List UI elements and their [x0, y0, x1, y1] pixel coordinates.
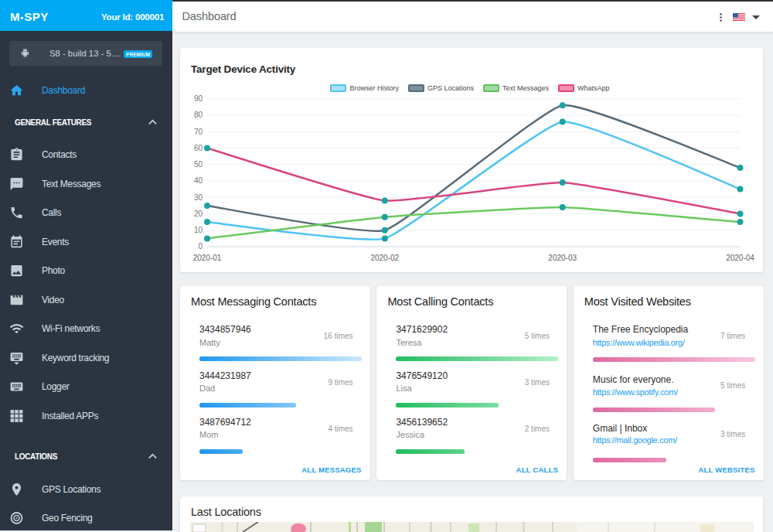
svg-text:10: 10 [194, 226, 203, 234]
svg-text:40: 40 [194, 176, 203, 185]
svg-text:2020-04: 2020-04 [726, 254, 754, 262]
svg-text:30: 30 [194, 193, 203, 202]
svg-text:2020-01: 2020-01 [193, 254, 222, 262]
svg-text:20: 20 [194, 210, 203, 218]
svg-text:0: 0 [198, 242, 203, 251]
svg-text:70: 70 [194, 128, 203, 136]
svg-text:90: 90 [194, 94, 203, 103]
svg-text:80: 80 [194, 111, 203, 119]
svg-text:2020-02: 2020-02 [370, 254, 399, 262]
svg-text:2020-03: 2020-03 [548, 254, 577, 262]
svg-text:50: 50 [194, 160, 203, 169]
svg-text:60: 60 [194, 144, 203, 152]
